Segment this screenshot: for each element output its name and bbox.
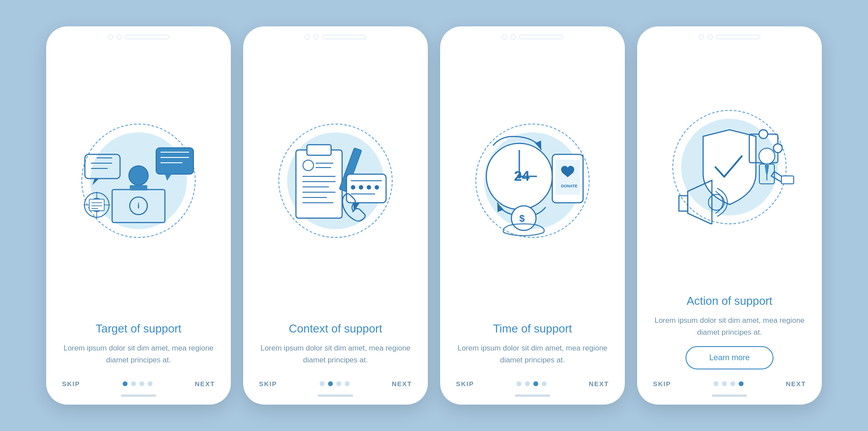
phone-top-4 [637, 26, 822, 44]
svg-rect-63 [781, 176, 794, 184]
notch-circle-4 [314, 34, 319, 40]
next-button-3[interactable]: NEXT [589, 380, 609, 387]
phone-card-1: i [46, 26, 231, 405]
svg-point-40 [375, 185, 379, 190]
dot-1-1 [123, 381, 128, 386]
dot-3-3 [533, 381, 538, 386]
notch-bar-4 [716, 35, 760, 39]
nav-area-3: SKIP NEXT [440, 374, 625, 392]
scroll-bar-1 [121, 394, 156, 397]
dot-2-1 [320, 381, 325, 386]
notch-circle-8 [708, 34, 713, 40]
svg-text:DONATE: DONATE [561, 184, 577, 188]
content-area-2: Context of support Lorem ipsum dolor sit… [243, 318, 428, 374]
screen-description-4: Lorem ipsum dolor sit dim amet, mea regi… [653, 315, 806, 338]
illustration-area-3: 24 DONATE [440, 44, 625, 318]
screen-description-2: Lorem ipsum dolor sit dim amet, mea regi… [259, 343, 412, 366]
phone-card-2: Context of support Lorem ipsum dolor sit… [243, 26, 428, 405]
dot-3-4 [542, 381, 547, 386]
dots-1 [123, 381, 153, 386]
illustration-svg-4 [664, 110, 795, 224]
notch-bar-2 [322, 35, 366, 39]
dot-2-2 [328, 381, 333, 386]
dots-4 [714, 381, 744, 386]
svg-marker-62 [765, 165, 769, 175]
learn-more-button[interactable]: Learn more [686, 346, 773, 369]
illustration-area-2 [243, 44, 428, 318]
screen-description-1: Lorem ipsum dolor sit dim amet, mea regi… [62, 343, 215, 366]
svg-marker-14 [165, 174, 171, 181]
illustration-svg-2 [270, 124, 401, 238]
svg-rect-19 [89, 199, 104, 211]
phone-card-3: 24 DONATE [440, 26, 625, 405]
next-button-4[interactable]: NEXT [786, 380, 806, 387]
svg-rect-24 [307, 145, 331, 155]
svg-text:24: 24 [514, 168, 530, 184]
skip-button-2[interactable]: SKIP [259, 380, 277, 387]
svg-text:$: $ [519, 213, 525, 224]
dot-4-3 [730, 381, 735, 386]
svg-point-57 [759, 130, 768, 139]
dots-3 [517, 381, 547, 386]
svg-point-39 [367, 185, 371, 190]
svg-rect-23 [296, 150, 342, 218]
dot-3-2 [525, 381, 530, 386]
next-button-2[interactable]: NEXT [392, 380, 412, 387]
dot-1-2 [131, 381, 136, 386]
nav-area-2: SKIP NEXT [243, 374, 428, 392]
dot-1-3 [139, 381, 144, 386]
nav-area-4: SKIP NEXT [637, 374, 822, 392]
notch-bar-1 [125, 35, 169, 39]
skip-button-4[interactable]: SKIP [653, 380, 671, 387]
notch-circle-2 [117, 34, 122, 40]
notch-circle-6 [511, 34, 516, 40]
dot-4-4 [739, 381, 744, 386]
phone-card-4: Action of support Lorem ipsum dolor sit … [637, 26, 822, 405]
illustration-svg-3: 24 DONATE [467, 124, 598, 238]
phone-top-2 [243, 26, 428, 44]
skip-button-1[interactable]: SKIP [62, 380, 80, 387]
content-area-1: Target of support Lorem ipsum dolor sit … [46, 318, 231, 374]
scroll-bar-3 [515, 394, 550, 397]
content-area-3: Time of support Lorem ipsum dolor sit di… [440, 318, 625, 374]
dot-3-1 [517, 381, 522, 386]
scroll-bar-2 [318, 394, 353, 397]
illustration-area-1: i [46, 44, 231, 318]
screens-container: i [29, 9, 839, 422]
illustration-svg-1: i [73, 124, 204, 238]
screen-description-3: Lorem ipsum dolor sit dim amet, mea regi… [456, 343, 609, 366]
nav-area-1: SKIP NEXT [46, 374, 231, 392]
dot-1-4 [148, 381, 153, 386]
illustration-area-4 [637, 44, 822, 290]
svg-text:i: i [137, 201, 139, 210]
content-area-4: Action of support Lorem ipsum dolor sit … [637, 290, 822, 374]
screen-title-2: Context of support [259, 322, 412, 336]
svg-point-37 [351, 185, 355, 190]
dot-2-4 [345, 381, 350, 386]
phone-top-3 [440, 26, 625, 44]
svg-marker-9 [92, 179, 99, 185]
notch-bar-3 [519, 35, 563, 39]
svg-point-59 [759, 148, 775, 164]
screen-title-1: Target of support [62, 322, 215, 336]
scroll-bar-4 [712, 394, 747, 397]
screen-title-3: Time of support [456, 322, 609, 336]
dot-4-2 [722, 381, 727, 386]
skip-button-3[interactable]: SKIP [456, 380, 474, 387]
svg-point-3 [129, 166, 148, 185]
notch-circle-3 [305, 34, 310, 40]
phone-top-1 [46, 26, 231, 44]
notch-circle-5 [502, 34, 507, 40]
svg-point-38 [359, 185, 363, 190]
dot-2-3 [336, 381, 341, 386]
dots-2 [320, 381, 350, 386]
svg-point-58 [773, 144, 782, 153]
svg-rect-4 [130, 185, 147, 190]
dot-4-1 [714, 381, 718, 386]
screen-title-4: Action of support [653, 294, 806, 308]
next-button-1[interactable]: NEXT [195, 380, 215, 387]
notch-circle-7 [699, 34, 704, 40]
notch-circle-1 [108, 34, 113, 40]
